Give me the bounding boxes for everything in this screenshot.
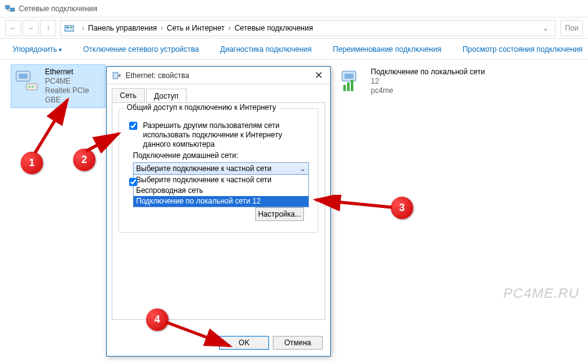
tabs: Сеть Доступ bbox=[107, 84, 330, 102]
svg-rect-13 bbox=[347, 82, 350, 91]
breadcrumb[interactable]: › Панель управления › Сеть и Интернет › … bbox=[60, 20, 556, 36]
combo-selected-text: Выберите подключение к частной сети bbox=[136, 164, 272, 173]
addressbar: ← → ↑ › Панель управления › Сеть и Интер… bbox=[0, 17, 588, 39]
group-legend: Общий доступ к подключению к Интернету bbox=[124, 103, 278, 112]
crumb-control-panel[interactable]: Панель управления bbox=[88, 24, 157, 32]
sharing-group: Общий доступ к подключению к Интернету Р… bbox=[119, 108, 318, 233]
svg-rect-12 bbox=[343, 85, 346, 91]
back-button[interactable]: ← bbox=[5, 20, 21, 36]
connection-labels: Ethernet PC4ME Realtek PCIe GBE bbox=[45, 67, 102, 105]
combo-option[interactable]: Беспроводная сеть bbox=[134, 185, 308, 196]
annotation-4: 4 bbox=[146, 308, 169, 331]
status-button[interactable]: Просмотр состояния подключения bbox=[458, 42, 587, 56]
titlebar: Сетевые подключения bbox=[0, 0, 588, 17]
forward-button[interactable]: → bbox=[22, 20, 39, 36]
annotation-1: 1 bbox=[21, 152, 43, 174]
disable-device-button[interactable]: Отключение сетевого устройства bbox=[78, 42, 203, 56]
allow-control-row bbox=[127, 177, 139, 188]
network-icon bbox=[5, 4, 15, 14]
svg-point-8 bbox=[29, 86, 31, 88]
combo-head[interactable]: Выберите подключение к частной сети ⌄ bbox=[133, 162, 309, 175]
svg-rect-6 bbox=[19, 74, 27, 79]
connection-status: PC4ME bbox=[45, 77, 102, 86]
allow-sharing-label: Разрешить другим пользователям сети испо… bbox=[143, 121, 310, 149]
crumb-connections[interactable]: Сетевые подключения bbox=[235, 24, 313, 32]
diagnose-button[interactable]: Диагностика подключения bbox=[215, 42, 317, 56]
svg-rect-4 bbox=[70, 27, 72, 28]
ok-button[interactable]: OK bbox=[219, 336, 269, 350]
cancel-button[interactable]: Отмена bbox=[273, 336, 323, 350]
allow-sharing-checkbox[interactable] bbox=[129, 122, 137, 130]
adapter-icon bbox=[112, 71, 122, 81]
connection-labels: Подключение по локальной сети 12 pc4me bbox=[371, 67, 485, 96]
allow-control-checkbox[interactable] bbox=[129, 178, 137, 186]
search-input[interactable]: Пои bbox=[561, 20, 583, 36]
control-panel-icon bbox=[64, 23, 74, 33]
dialog-titlebar: Ethernet: свойства ✕ bbox=[107, 67, 330, 84]
window-title: Сетевые подключения bbox=[19, 4, 97, 13]
toolbar: Упорядочить Отключение сетевого устройст… bbox=[0, 39, 588, 60]
search-placeholder: Пои bbox=[565, 24, 579, 32]
lan-icon bbox=[340, 67, 366, 94]
chevron-icon: › bbox=[78, 24, 88, 32]
annotation-3: 3 bbox=[391, 197, 413, 219]
close-button[interactable]: ✕ bbox=[312, 69, 325, 81]
svg-rect-11 bbox=[345, 74, 353, 79]
dialog-buttons: OK Отмена bbox=[219, 336, 323, 350]
connection-adapter: Realtek PCIe GBE bbox=[45, 86, 102, 105]
settings-button[interactable]: Настройка... bbox=[255, 207, 304, 221]
home-network-combo[interactable]: Выберите подключение к частной сети ⌄ Вы… bbox=[133, 162, 309, 207]
tab-panel: Общий доступ к подключению к Интернету Р… bbox=[112, 102, 325, 320]
svg-rect-1 bbox=[11, 8, 14, 11]
chevron-down-icon: ⌄ bbox=[300, 164, 306, 173]
combo-list: Выберите подключение к частной сети Бесп… bbox=[133, 175, 309, 207]
chevron-icon: › bbox=[157, 24, 167, 32]
svg-rect-3 bbox=[66, 27, 69, 28]
properties-dialog: Ethernet: свойства ✕ Сеть Доступ Общий д… bbox=[106, 66, 331, 357]
annotation-2: 2 bbox=[73, 149, 96, 171]
organize-button[interactable]: Упорядочить bbox=[7, 42, 67, 56]
dropdown-chevron-icon[interactable]: ⌄ bbox=[540, 24, 551, 32]
svg-rect-2 bbox=[65, 26, 74, 31]
svg-rect-15 bbox=[113, 72, 118, 79]
svg-point-9 bbox=[32, 86, 34, 88]
connection-status: 12 bbox=[371, 77, 485, 86]
connection-name: Подключение по локальной сети bbox=[371, 67, 485, 77]
svg-rect-16 bbox=[119, 74, 120, 77]
tab-access[interactable]: Доступ bbox=[146, 89, 187, 103]
combo-option-selected[interactable]: Подключение по локальной сети 12 bbox=[134, 196, 308, 207]
up-button[interactable]: ↑ bbox=[40, 20, 56, 36]
ethernet-icon bbox=[14, 67, 40, 94]
allow-sharing-row: Разрешить другим пользователям сети испо… bbox=[127, 121, 310, 149]
tab-network[interactable]: Сеть bbox=[112, 88, 145, 102]
connection-name: Ethernet bbox=[45, 67, 102, 77]
combo-option[interactable]: Выберите подключение к частной сети bbox=[134, 175, 308, 185]
connection-item-ethernet[interactable]: Ethernet PC4ME Realtek PCIe GBE bbox=[11, 65, 105, 107]
dialog-title: Ethernet: свойства bbox=[125, 71, 189, 80]
connection-adapter: pc4me bbox=[371, 86, 485, 96]
chevron-icon: › bbox=[225, 24, 235, 32]
home-network-label: Подключение домашней сети: bbox=[133, 151, 238, 160]
svg-rect-14 bbox=[351, 80, 353, 91]
connection-item-lan[interactable]: Подключение по локальной сети 12 pc4me bbox=[337, 65, 499, 98]
svg-rect-0 bbox=[6, 6, 9, 9]
rename-button[interactable]: Переименование подключения bbox=[328, 42, 446, 56]
watermark: PC4ME.RU bbox=[503, 285, 579, 302]
crumb-network[interactable]: Сеть и Интернет bbox=[167, 24, 224, 32]
